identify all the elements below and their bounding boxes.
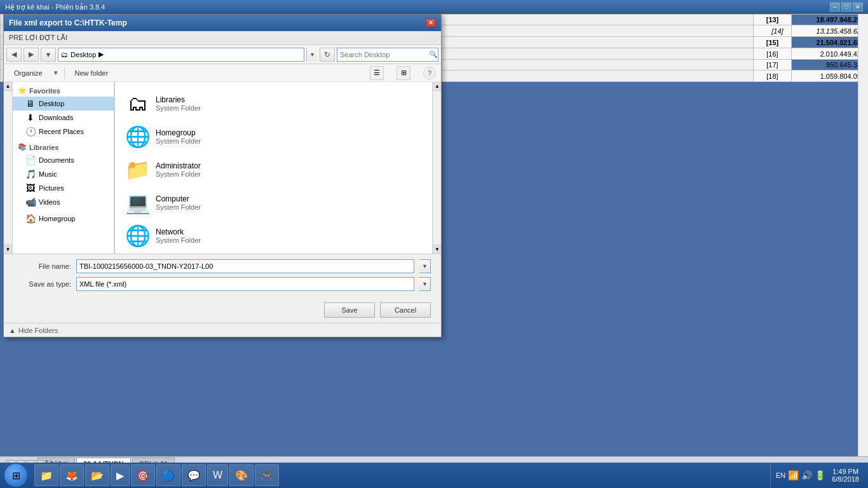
music-label: Music — [39, 170, 57, 178]
recent-label: Recent Places — [39, 128, 84, 135]
dialog-title: File xml export to C:\HTTK-Temp — [9, 18, 426, 27]
taskbar-item[interactable]: 🎨 — [229, 464, 254, 486]
refresh-button[interactable]: ↻ — [320, 48, 335, 62]
taskbar-item-icon: 🔵 — [162, 470, 175, 482]
scroll-up-button[interactable]: ▲ — [433, 82, 441, 91]
docs-label: Documents — [39, 156, 74, 164]
list-item[interactable]: 🌐 Homegroup System Folder — [120, 120, 436, 153]
save-button[interactable]: Save — [324, 302, 375, 318]
list-item[interactable]: 📁 Administrator System Folder — [120, 153, 436, 186]
back-button[interactable]: ◀ — [6, 48, 22, 62]
taskbar-item[interactable]: 💬 — [182, 464, 206, 486]
up-button[interactable]: ▼ — [41, 48, 56, 62]
dialog-title-bar: File xml export to C:\HTTK-Temp ✕ — [4, 15, 441, 31]
taskbar-item-icon: ▶ — [116, 470, 124, 482]
libraries-section: 📚 Libraries 📄 Documents 🎵 Music 🖼 Pictur… — [13, 141, 114, 209]
savetype-row: Save as type: ▼ — [14, 277, 431, 291]
lang-indicator[interactable]: EN — [776, 471, 785, 479]
sidebar-item-pictures[interactable]: 🖼 Pictures — [13, 181, 114, 195]
view-toggle-button[interactable]: ⊞ — [397, 66, 410, 80]
taskbar-item[interactable]: W — [207, 464, 228, 486]
main-scrollbar[interactable] — [858, 14, 868, 456]
taskbar-item[interactable]: ▶ — [111, 464, 130, 486]
homegroup-icon: 🏠 — [25, 214, 36, 224]
sidebar-item-downloads[interactable]: ⬇ Downloads — [13, 111, 114, 125]
file-item-type: System Folder — [156, 137, 201, 145]
cancel-button[interactable]: Cancel — [380, 302, 431, 318]
view-options-button[interactable]: ☰ — [370, 66, 384, 80]
list-item[interactable]: 🗂 Libraries System Folder — [120, 87, 436, 120]
hide-folders-bar[interactable]: ▲ Hide Folders — [4, 323, 441, 337]
sidebar-item-desktop[interactable]: 🖥 Desktop — [13, 97, 114, 111]
homegroup-label: Homegroup — [39, 215, 75, 222]
help-button[interactable]: ? — [423, 67, 436, 79]
close-button[interactable]: ✕ — [853, 3, 863, 11]
taskbar-item[interactable]: 🎮 — [255, 464, 279, 486]
forward-button[interactable]: ▶ — [24, 48, 39, 62]
dialog-close-button[interactable]: ✕ — [426, 18, 436, 27]
right-panel-scrollbar[interactable]: ▲ ▼ — [432, 82, 441, 254]
file-item-type: System Folder — [156, 104, 201, 112]
left-panel-scrollbar[interactable]: ▲ ▼ — [4, 82, 13, 254]
list-item[interactable]: 💻 Computer System Folder — [120, 186, 436, 219]
file-dialog: File xml export to C:\HTTK-Temp ✕ PRE LỢ… — [3, 14, 442, 337]
taskbar: ⊞ 📁🦊📂▶🎯🔵💬W🎨🎮 EN 📶 🔊 🔋 1:49 PM 6/8/2018 — [0, 463, 868, 488]
file-item-icon: 🌐 — [125, 223, 151, 248]
search-icon[interactable]: 🔍 — [429, 50, 438, 58]
sidebar-item-music[interactable]: 🎵 Music — [13, 167, 114, 181]
maximize-button[interactable]: □ — [841, 3, 851, 11]
taskbar-item-icon: 📂 — [91, 470, 104, 482]
taskbar-item[interactable]: 🎯 — [131, 464, 155, 486]
list-item[interactable]: 🌐 Network System Folder — [120, 219, 436, 252]
taskbar-item-icon: 🦊 — [65, 470, 78, 482]
file-item-type: System Folder — [156, 170, 201, 178]
filename-input[interactable] — [76, 259, 414, 273]
new-folder-button[interactable]: New folder — [70, 66, 114, 80]
favorites-section: ⭐ Favorites 🖥 Desktop ⬇ Downloads 🕐 Rece… — [13, 85, 114, 139]
taskbar-item[interactable]: 🔵 — [156, 464, 180, 486]
clock-date: 6/8/2018 — [832, 475, 859, 483]
desktop-label: Desktop — [39, 100, 64, 107]
folder-icon: 🗂 — [61, 51, 68, 58]
address-path[interactable]: 🗂 Desktop ▶ — [58, 48, 304, 62]
scroll-down-button[interactable]: ▼ — [433, 245, 441, 254]
savetype-dropdown-button[interactable]: ▼ — [419, 277, 431, 291]
search-box: 🔍 — [337, 48, 438, 62]
right-panel: 🗂 Libraries System Folder 🌐 Homegroup Sy… — [115, 82, 441, 254]
savetype-label: Save as type: — [14, 280, 71, 288]
minimize-button[interactable]: ─ — [830, 3, 840, 11]
row-value: 1.059.804.094 — [792, 71, 868, 82]
dialog-subtitle-text: PRE LỢI ĐỢT LÃI — [9, 34, 67, 42]
sidebar-item-videos[interactable]: 📹 Videos — [13, 195, 114, 209]
left-scroll-down[interactable]: ▼ — [4, 245, 12, 254]
row-code: [18] — [754, 71, 792, 82]
taskbar-item[interactable]: 📂 — [85, 464, 109, 486]
filename-dropdown-button[interactable]: ▼ — [419, 259, 431, 273]
organize-button[interactable]: Organize — [9, 66, 48, 80]
battery-icon: 🔋 — [815, 470, 825, 480]
toolbar-separator — [64, 67, 65, 79]
path-folder-name: Desktop — [71, 51, 96, 58]
libraries-header: 📚 Libraries — [13, 141, 114, 153]
path-dropdown-button[interactable]: ▼ — [306, 48, 318, 62]
row-value: 2.010.449.424 — [792, 48, 868, 60]
taskbar-items: 📁🦊📂▶🎯🔵💬W🎨🎮 — [32, 463, 770, 488]
taskbar-item-icon: 🎯 — [137, 470, 149, 482]
left-scroll-up[interactable]: ▲ — [4, 82, 12, 91]
taskbar-item[interactable]: 📁 — [34, 464, 58, 486]
dialog-body: ▲ ▼ ⭐ Favorites 🖥 Desktop ⬇ Down — [4, 82, 441, 254]
sidebar-item-recent-places[interactable]: 🕐 Recent Places — [13, 125, 114, 139]
favorites-header: ⭐ Favorites — [13, 85, 114, 97]
taskbar-item-icon: 🎨 — [235, 470, 248, 482]
sidebar-item-documents[interactable]: 📄 Documents — [13, 153, 114, 167]
savetype-input[interactable] — [76, 277, 414, 291]
search-input[interactable] — [340, 51, 428, 58]
clock[interactable]: 1:49 PM 6/8/2018 — [828, 468, 863, 483]
title-bar: Hệ trợ kê khai - Phiên bản 3.8.4 ─ □ ✕ — [0, 0, 868, 14]
downloads-icon: ⬇ — [25, 112, 36, 123]
taskbar-item[interactable]: 🦊 — [60, 464, 84, 486]
left-panel: ⭐ Favorites 🖥 Desktop ⬇ Downloads 🕐 Rece… — [13, 82, 114, 254]
start-button[interactable]: ⊞ — [4, 464, 27, 487]
file-item-icon: 🌐 — [125, 124, 151, 149]
sidebar-item-homegroup[interactable]: 🏠 Homegroup — [13, 212, 114, 226]
